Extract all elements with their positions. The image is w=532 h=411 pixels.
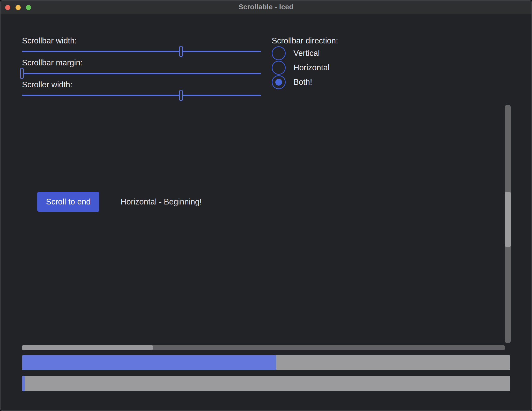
horizontal-scrollbar-track[interactable] <box>22 345 505 350</box>
scrollbar-width-label: Scrollbar width: <box>22 36 77 45</box>
scrollbar-margin-slider[interactable] <box>22 73 261 74</box>
radio-vertical-label: Vertical <box>293 49 320 58</box>
scroll-status-text: Horizontal - Beginning! <box>121 192 202 212</box>
radio-circle-icon <box>272 46 286 60</box>
close-button[interactable] <box>5 5 10 10</box>
scroll-to-end-button[interactable]: Scroll to end <box>37 192 99 212</box>
horizontal-scrollbar-thumb[interactable] <box>22 345 153 350</box>
traffic-lights <box>5 1 31 14</box>
radio-dot <box>275 79 282 86</box>
radio-both-label: Both! <box>293 78 312 87</box>
horizontal-progress-fill <box>22 355 276 370</box>
scroller-width-slider[interactable] <box>22 95 261 96</box>
radio-horizontal-label: Horizontal <box>293 63 330 72</box>
minimize-button[interactable] <box>16 5 21 10</box>
window-title: Scrollable - Iced <box>239 3 293 11</box>
radio-both[interactable]: Both! <box>272 75 312 89</box>
vertical-progress-bar <box>22 376 510 391</box>
scroller-width-label: Scroller width: <box>22 80 72 89</box>
vertical-progress-fill <box>22 376 25 391</box>
vertical-scrollbar-thumb[interactable] <box>505 192 511 247</box>
scrollbar-width-slider[interactable] <box>22 51 261 52</box>
radio-circle-icon <box>272 61 286 75</box>
scrollbar-direction-label: Scrollbar direction: <box>272 36 338 45</box>
radio-vertical[interactable]: Vertical <box>272 46 320 60</box>
app-window: Scrollable - Iced Scrollbar width: Scrol… <box>0 0 532 411</box>
radio-horizontal[interactable]: Horizontal <box>272 61 330 75</box>
scrollbar-margin-slider-handle[interactable] <box>20 68 24 79</box>
titlebar[interactable]: Scrollable - Iced <box>1 1 531 14</box>
radio-circle-icon <box>272 75 286 89</box>
vertical-scrollbar-track[interactable] <box>505 105 511 343</box>
zoom-button[interactable] <box>26 5 31 10</box>
horizontal-progress-bar <box>22 355 510 370</box>
scrollbar-margin-label: Scrollbar margin: <box>22 58 83 67</box>
scroller-width-slider-handle[interactable] <box>179 90 183 101</box>
scrollbar-width-slider-handle[interactable] <box>179 46 183 57</box>
